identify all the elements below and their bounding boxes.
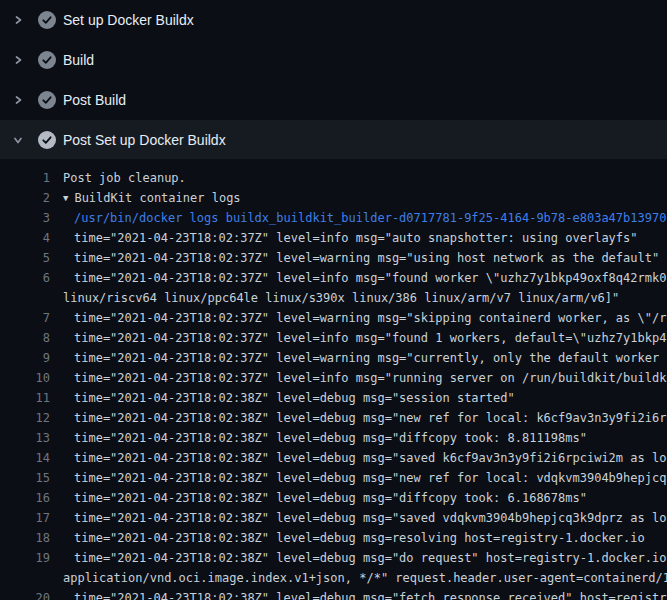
step-header[interactable]: Build bbox=[0, 40, 667, 80]
log-text: Post job cleanup. bbox=[63, 168, 186, 188]
log-line: 6time="2021-04-23T18:02:37Z" level=info … bbox=[0, 268, 667, 288]
workflow-log-panel: Set up Docker BuildxBuildPost BuildPost … bbox=[0, 0, 667, 600]
log-line: 1Post job cleanup. bbox=[0, 168, 667, 188]
line-number[interactable]: 3 bbox=[0, 208, 50, 228]
log-text: time="2021-04-23T18:02:37Z" level=info m… bbox=[74, 328, 667, 348]
line-number[interactable]: 10 bbox=[0, 368, 50, 388]
log-line: 12time="2021-04-23T18:02:38Z" level=debu… bbox=[0, 408, 667, 428]
check-circle-icon bbox=[38, 11, 56, 29]
log-line: 17time="2021-04-23T18:02:38Z" level=debu… bbox=[0, 508, 667, 528]
log-line: 3/usr/bin/docker logs buildx_buildkit_bu… bbox=[0, 208, 667, 228]
log-line: 9time="2021-04-23T18:02:37Z" level=warni… bbox=[0, 348, 667, 368]
line-number[interactable]: 16 bbox=[0, 488, 50, 508]
line-number[interactable]: 7 bbox=[0, 308, 50, 328]
log-text: time="2021-04-23T18:02:38Z" level=debug … bbox=[74, 428, 587, 448]
check-circle-icon bbox=[38, 51, 56, 69]
log-line: 13time="2021-04-23T18:02:38Z" level=debu… bbox=[0, 428, 667, 448]
log-text: time="2021-04-23T18:02:37Z" level=info m… bbox=[74, 368, 667, 388]
log-line: 8time="2021-04-23T18:02:37Z" level=info … bbox=[0, 328, 667, 348]
log-group-toggle[interactable]: ▼BuildKit container logs bbox=[63, 188, 241, 208]
line-number[interactable]: 2 bbox=[0, 188, 50, 208]
log-line: application/vnd.oci.image.index.v1+json,… bbox=[0, 568, 667, 588]
log-text: time="2021-04-23T18:02:37Z" level=warnin… bbox=[74, 308, 667, 328]
line-number[interactable]: 1 bbox=[0, 168, 50, 188]
log-text: time="2021-04-23T18:02:38Z" level=debug … bbox=[74, 548, 667, 568]
step-header[interactable]: Set up Docker Buildx bbox=[0, 0, 667, 40]
line-number[interactable]: 4 bbox=[0, 228, 50, 248]
log-text: time="2021-04-23T18:02:37Z" level=info m… bbox=[74, 228, 638, 248]
line-number[interactable]: 15 bbox=[0, 468, 50, 488]
chevron-right-icon bbox=[13, 55, 23, 65]
log-text: time="2021-04-23T18:02:38Z" level=debug … bbox=[74, 448, 667, 468]
log-text: time="2021-04-23T18:02:38Z" level=debug … bbox=[74, 408, 667, 428]
line-number[interactable]: 14 bbox=[0, 448, 50, 468]
log-line: 4time="2021-04-23T18:02:37Z" level=info … bbox=[0, 228, 667, 248]
step-label: Post Build bbox=[63, 92, 126, 108]
log-text: time="2021-04-23T18:02:37Z" level=warnin… bbox=[74, 348, 667, 368]
step-label: Set up Docker Buildx bbox=[63, 12, 194, 28]
log-text: time="2021-04-23T18:02:38Z" level=debug … bbox=[74, 468, 667, 488]
step-header[interactable]: Post Set up Docker Buildx bbox=[0, 120, 667, 159]
log-line: 18time="2021-04-23T18:02:38Z" level=debu… bbox=[0, 528, 667, 548]
chevron-right-icon bbox=[13, 95, 23, 105]
log-text: application/vnd.oci.image.index.v1+json,… bbox=[63, 568, 667, 588]
log-line: 16time="2021-04-23T18:02:38Z" level=debu… bbox=[0, 488, 667, 508]
line-number bbox=[0, 568, 50, 588]
check-circle-icon bbox=[38, 91, 56, 109]
log-line: 2▼BuildKit container logs bbox=[0, 188, 667, 208]
line-number[interactable]: 20 bbox=[0, 588, 50, 600]
log-line: 15time="2021-04-23T18:02:38Z" level=debu… bbox=[0, 468, 667, 488]
log-line: 10time="2021-04-23T18:02:37Z" level=info… bbox=[0, 368, 667, 388]
line-number[interactable]: 5 bbox=[0, 248, 50, 268]
log-line: linux/riscv64 linux/ppc64le linux/s390x … bbox=[0, 288, 667, 308]
log-view: 1Post job cleanup.2▼BuildKit container l… bbox=[0, 159, 667, 600]
line-number[interactable]: 9 bbox=[0, 348, 50, 368]
line-number[interactable]: 8 bbox=[0, 328, 50, 348]
line-number[interactable]: 17 bbox=[0, 508, 50, 528]
step-label: Build bbox=[63, 52, 94, 68]
step-header[interactable]: Post Build bbox=[0, 80, 667, 120]
log-text: linux/riscv64 linux/ppc64le linux/s390x … bbox=[63, 288, 619, 308]
line-number[interactable]: 18 bbox=[0, 528, 50, 548]
chevron-right-icon bbox=[13, 15, 23, 25]
log-line: 19time="2021-04-23T18:02:38Z" level=debu… bbox=[0, 548, 667, 568]
log-line: 20time="2021-04-23T18:02:38Z" level=debu… bbox=[0, 588, 667, 600]
line-number[interactable]: 11 bbox=[0, 388, 50, 408]
step-label: Post Set up Docker Buildx bbox=[63, 132, 226, 148]
steps-list: Set up Docker BuildxBuildPost BuildPost … bbox=[0, 0, 667, 159]
log-text: time="2021-04-23T18:02:38Z" level=debug … bbox=[74, 528, 645, 548]
log-text: time="2021-04-23T18:02:37Z" level=warnin… bbox=[74, 248, 659, 268]
log-group-label: BuildKit container logs bbox=[74, 191, 240, 205]
check-circle-icon bbox=[38, 131, 56, 149]
line-number bbox=[0, 288, 50, 308]
log-command-text: /usr/bin/docker logs buildx_buildkit_bui… bbox=[74, 208, 666, 228]
log-line: 5time="2021-04-23T18:02:37Z" level=warni… bbox=[0, 248, 667, 268]
log-line: 7time="2021-04-23T18:02:37Z" level=warni… bbox=[0, 308, 667, 328]
log-text: time="2021-04-23T18:02:38Z" level=debug … bbox=[74, 388, 515, 408]
line-number[interactable]: 12 bbox=[0, 408, 50, 428]
chevron-down-icon bbox=[13, 135, 23, 145]
log-text: time="2021-04-23T18:02:37Z" level=info m… bbox=[74, 268, 667, 288]
line-number[interactable]: 13 bbox=[0, 428, 50, 448]
group-expanded-triangle-icon: ▼ bbox=[63, 188, 68, 208]
log-text: time="2021-04-23T18:02:38Z" level=debug … bbox=[74, 488, 587, 508]
line-number[interactable]: 6 bbox=[0, 268, 50, 288]
log-text: time="2021-04-23T18:02:38Z" level=debug … bbox=[74, 508, 667, 528]
log-line: 14time="2021-04-23T18:02:38Z" level=debu… bbox=[0, 448, 667, 468]
log-text: time="2021-04-23T18:02:38Z" level=debug … bbox=[74, 588, 667, 600]
line-number[interactable]: 19 bbox=[0, 548, 50, 568]
log-line: 11time="2021-04-23T18:02:38Z" level=debu… bbox=[0, 388, 667, 408]
